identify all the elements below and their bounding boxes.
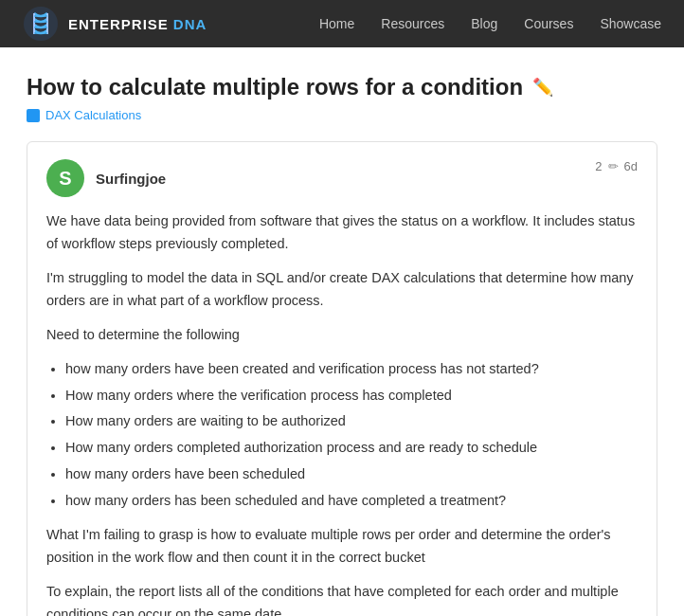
logo-icon [23, 6, 59, 42]
page-title-text: How to calculate multiple rows for a con… [27, 74, 523, 100]
page-title: How to calculate multiple rows for a con… [27, 74, 657, 100]
post-body: We have data being provided from softwar… [46, 210, 638, 616]
author-name[interactable]: Surfingjoe [96, 171, 166, 187]
avatar-initial: S [59, 168, 71, 190]
paragraph-4: What I'm failing to grasp is how to eval… [46, 524, 638, 570]
nav-courses[interactable]: Courses [524, 16, 573, 31]
bullet-list: how many orders have been created and ve… [65, 358, 638, 514]
list-item: How many orders where the verification p… [65, 385, 638, 408]
svg-point-0 [24, 7, 58, 41]
nav-blog[interactable]: Blog [471, 16, 497, 31]
nav-showcase[interactable]: Showcase [600, 16, 661, 31]
avatar: S [46, 159, 84, 197]
logo-text: ENTERPRISE DNA [68, 16, 207, 32]
post-header: S Surfingjoe 2 ✏ 6d [46, 159, 638, 197]
list-item: How many orders are waiting to be author… [65, 410, 638, 433]
paragraph-5: To explain, the report lists all of the … [46, 581, 638, 616]
nav-home[interactable]: Home [319, 16, 354, 31]
category-badge: DAX Calculations [27, 108, 141, 122]
logo-enterprise-text: ENTERPRISE [68, 16, 169, 32]
list-item: how many orders has been scheduled and h… [65, 490, 638, 513]
post-reply-count: 2 [595, 159, 602, 173]
post-edit-icon: ✏ [608, 159, 619, 173]
logo-area: ENTERPRISE DNA [23, 6, 207, 42]
list-item: how many orders have been created and ve… [65, 358, 638, 381]
list-item: how many orders have been scheduled [65, 463, 638, 486]
list-item: How many orders completed authorization … [65, 437, 638, 460]
header: ENTERPRISE DNA Home Resources Blog Cours… [0, 0, 684, 47]
post-card: S Surfingjoe 2 ✏ 6d We have data being p… [27, 141, 657, 616]
category-label: DAX Calculations [45, 108, 141, 122]
post-author-area: S Surfingjoe [46, 159, 166, 197]
post-age: 6d [624, 159, 638, 173]
edit-title-icon[interactable]: ✏️ [532, 77, 553, 98]
logo-dna-text: DNA [173, 16, 207, 32]
main-nav: Home Resources Blog Courses Showcase [319, 16, 661, 31]
paragraph-2: I'm struggling to model the data in SQL … [46, 267, 638, 313]
post-meta: 2 ✏ 6d [595, 159, 638, 173]
main-content: How to calculate multiple rows for a con… [0, 47, 684, 616]
paragraph-3: Need to determine the following [46, 324, 638, 347]
paragraph-1: We have data being provided from softwar… [46, 210, 638, 256]
category-dot [27, 109, 40, 122]
nav-resources[interactable]: Resources [381, 16, 444, 31]
